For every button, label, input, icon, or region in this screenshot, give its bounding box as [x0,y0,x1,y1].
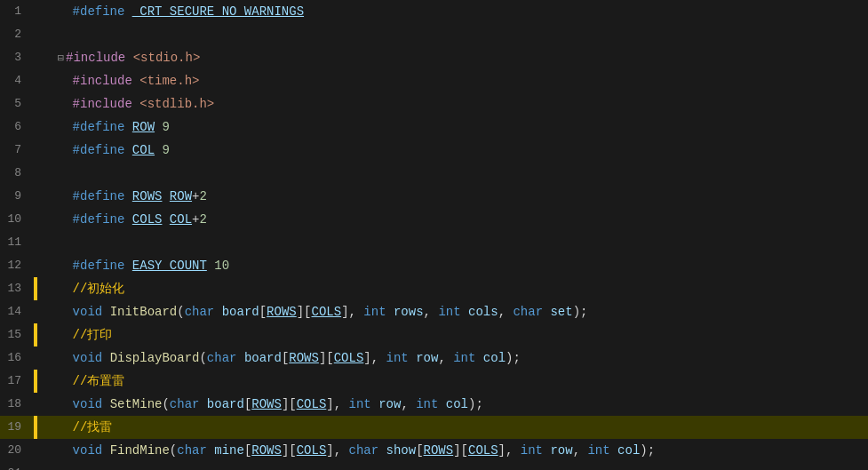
yellow-bar [34,277,37,300]
code-content: #include <stdlib.h> [39,92,868,116]
normal-token [102,351,109,365]
indent [43,397,73,411]
normal-token: , [401,397,416,411]
kw-int-token: int [438,305,460,319]
code-content: #define ROWS ROW+2 [39,185,868,208]
normal-token: ], [341,305,363,319]
code-line: 1 #define _CRT_SECURE_NO_WARNINGS [0,0,868,23]
line-number: 11 [0,231,34,254]
collapse-icon[interactable]: ⊟ [58,52,64,65]
kw-char-token: char [207,351,237,365]
normal-token: ], [498,443,521,458]
line-number: 19 [0,416,34,439]
normal-token: ( [199,351,206,365]
macro-name-token: ROWS [289,351,319,365]
normal-token [207,259,214,273]
kw-char-token: char [170,397,200,411]
kw-int-token: int [386,351,409,365]
code-line: 21 [0,462,868,470]
line-number: 9 [0,185,34,208]
normal-token: ); [573,305,588,319]
normal-token [124,189,131,203]
normal-token [124,120,131,134]
comment-chinese-token: //布置雷 [73,374,125,388]
kw-void-token: void [73,351,103,365]
macro-name-token: COLS [297,397,327,411]
normal-token: , [424,305,439,319]
line-number: 20 [0,439,34,462]
indent [43,189,73,203]
line-number: 7 [0,139,34,162]
normal-token [409,351,416,365]
kw-int-token: int [416,397,438,411]
normal-token [124,143,131,157]
macro-name-token: COLS [132,212,163,227]
code-content: #include <time.h> [39,69,868,92]
code-content: #define COL 9 [39,139,868,162]
indent [43,328,73,342]
line-number: 18 [0,393,34,416]
normal-token [236,351,243,365]
code-line: 16 void DisplayBoard(char board[ROWS][CO… [0,347,868,370]
kw-include-token: #include [73,97,132,111]
macro-val-token: 9 [162,143,169,157]
code-line: 2 [0,23,868,46]
macro-val-token: 2 [199,189,206,203]
normal-token [610,443,617,458]
normal-token: , [438,351,453,365]
line-number: 14 [0,300,34,323]
code-line: 15 //打印 [0,323,868,347]
code-content: void SetMine(char board[ROWS][COLS], int… [39,393,868,416]
code-line: 11 [0,231,868,254]
normal-token: [ [259,305,267,319]
code-content: void DisplayBoard(char board[ROWS][COLS]… [39,347,868,370]
kw-define-token: #define [73,189,125,203]
macro-name-token: _CRT_SECURE_NO_WARNINGS [132,4,304,19]
macro-name-token: ROWS [267,305,297,319]
line-number: 10 [0,208,34,231]
func-name-token: DisplayBoard [110,351,200,365]
normal-token [125,51,132,65]
normal-token: ( [170,443,177,458]
normal-token [461,305,468,319]
indent [43,51,58,65]
macro-name-token: COLS [334,351,364,365]
param-token: board [207,397,244,411]
code-line: 9 #define ROWS ROW+2 [0,185,868,208]
macro-name-token: COL [170,212,192,227]
param-token: set [550,305,572,319]
normal-token: ( [162,397,169,411]
macro-name-token: COLS [312,305,342,319]
code-line: 7 #define COL 9 [0,139,868,162]
macro-val-token: 2 [199,212,206,227]
indent [43,259,73,273]
indent [43,97,73,111]
normal-token [438,397,445,411]
normal-token [102,305,109,319]
code-line: 14 void InitBoard(char board[ROWS][COLS]… [0,300,868,323]
code-line: 10 #define COLS COL+2 [0,208,868,231]
macro-name-token: ROWS [251,397,282,411]
code-content: //打印 [39,323,868,347]
param-token: row [378,397,401,411]
normal-token [162,189,169,203]
code-content: #define _CRT_SECURE_NO_WARNINGS [39,0,868,23]
normal-token [386,305,394,319]
normal-token: ); [640,443,655,458]
normal-token [124,4,131,19]
indent [43,420,73,434]
indent [43,120,73,134]
indent [43,4,73,19]
param-token: row [416,351,438,365]
kw-char-token: char [177,443,207,458]
line-number: 4 [0,69,34,92]
normal-token: ][ [282,443,297,458]
param-token: row [550,443,572,458]
normal-token [214,305,221,319]
macro-name-token: ROWS [251,443,282,458]
yellow-bar [34,416,37,439]
normal-token [378,443,386,458]
kw-include-token: #include [73,74,132,88]
normal-token: ], [326,397,348,411]
normal-token: ); [468,397,483,411]
